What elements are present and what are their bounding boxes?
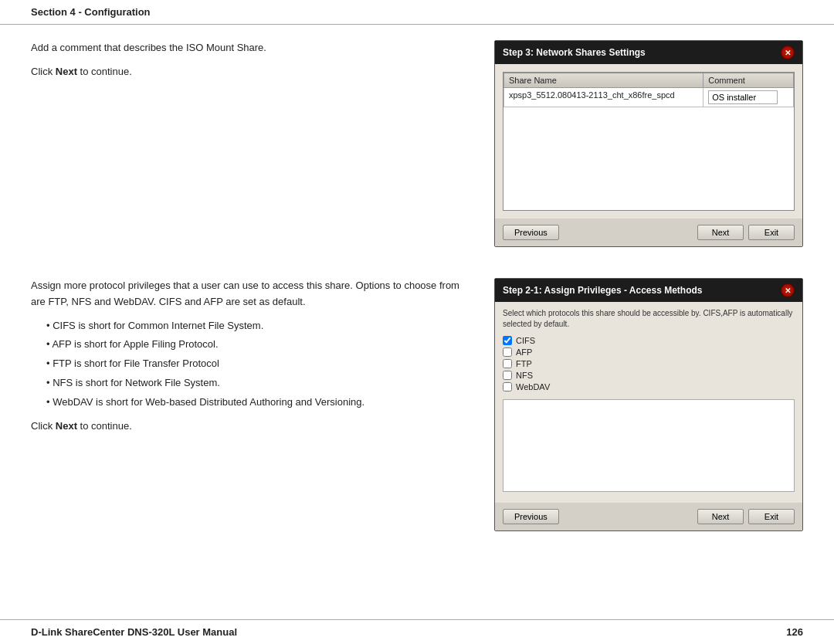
ftp-label: FTP xyxy=(516,359,532,368)
page-footer: D-Link ShareCenter DNS-320L User Manual … xyxy=(0,619,834,644)
dialog2-next-button[interactable]: Next xyxy=(697,509,744,524)
dialog1-title: Step 3: Network Shares Settings xyxy=(503,47,646,58)
shares-table-container: Share Name Comment xpsp3_5512.080413-211… xyxy=(503,72,795,211)
protocol-nfs: NFS xyxy=(503,371,795,380)
dialog2-footer: Previous Next Exit xyxy=(495,503,802,530)
section2-left: Assign more protocol privileges that a u… xyxy=(31,278,471,531)
section1-para2-suffix: to continue. xyxy=(77,66,132,77)
dialog2-previous-button[interactable]: Previous xyxy=(503,509,559,524)
shares-row1-name: xpsp3_5512.080413-2113_cht_x86fre_spcd xyxy=(504,88,703,107)
section2-para1: Assign more protocol privileges that a u… xyxy=(31,278,471,310)
webdav-checkbox[interactable] xyxy=(503,382,512,391)
shares-row-1: xpsp3_5512.080413-2113_cht_x86fre_spcd xyxy=(504,88,794,107)
dialog1-body: Share Name Comment xpsp3_5512.080413-211… xyxy=(495,64,802,219)
nfs-checkbox[interactable] xyxy=(503,371,512,380)
dialog1-footer: Previous Next Exit xyxy=(495,219,802,246)
dialog1-exit-button[interactable]: Exit xyxy=(748,225,795,240)
ftp-checkbox[interactable] xyxy=(503,359,512,368)
dialog2-footer-inner: Previous Next Exit xyxy=(503,509,795,524)
dialog1-footer-inner: Previous Next Exit xyxy=(503,225,795,240)
shares-col-comment: Comment xyxy=(703,73,794,88)
dialog1-next-button[interactable]: Next xyxy=(697,225,744,240)
footer-right: 126 xyxy=(786,626,803,638)
protocol-webdav: WebDAV xyxy=(503,382,795,391)
section2-para2-suffix: to continue. xyxy=(77,420,132,432)
cifs-checkbox[interactable] xyxy=(503,336,512,345)
dialog2-titlebar: Step 2-1: Assign Privileges - Access Met… xyxy=(495,279,802,302)
section1-left: Add a comment that describes the ISO Mou… xyxy=(31,40,471,247)
header-title: Section 4 - Configuration xyxy=(31,6,151,18)
section1-para2-prefix: Click xyxy=(31,66,56,77)
comment-input[interactable] xyxy=(708,90,778,104)
privileges-empty-area xyxy=(503,399,795,492)
dialog2-title: Step 2-1: Assign Privileges - Access Met… xyxy=(503,285,703,296)
bullet-2: AFP is short for Apple Filing Protocol. xyxy=(46,337,471,353)
shares-table: Share Name Comment xpsp3_5512.080413-211… xyxy=(503,73,794,107)
nfs-label: NFS xyxy=(516,371,533,380)
section1-para1: Add a comment that describes the ISO Mou… xyxy=(31,40,471,56)
shares-col-name: Share Name xyxy=(504,73,703,88)
privileges-note: Select which protocols this share should… xyxy=(503,308,795,330)
main-content: Add a comment that describes the ISO Mou… xyxy=(0,25,834,608)
afp-label: AFP xyxy=(516,347,532,357)
section1-para2-bold: Next xyxy=(56,66,77,77)
protocol-afp: AFP xyxy=(503,347,795,357)
network-shares-dialog: Step 3: Network Shares Settings ✕ Share … xyxy=(494,40,803,247)
section1-row: Add a comment that describes the ISO Mou… xyxy=(31,40,803,247)
afp-checkbox[interactable] xyxy=(503,347,512,357)
dialog1-close-button[interactable]: ✕ xyxy=(781,46,795,59)
footer-left: D-Link ShareCenter DNS-320L User Manual xyxy=(31,626,237,638)
bullet-5: WebDAV is short for Web-based Distribute… xyxy=(46,395,471,411)
section2-row: Assign more protocol privileges that a u… xyxy=(31,278,803,531)
dialog1-titlebar: Step 3: Network Shares Settings ✕ xyxy=(495,41,802,64)
shares-row1-comment xyxy=(703,88,794,107)
section2-para2-bold: Next xyxy=(56,420,77,432)
section1-para2: Click Next to continue. xyxy=(31,64,471,80)
section2-bullets: CIFS is short for Common Internet File S… xyxy=(46,318,471,411)
protocol-cifs: CIFS xyxy=(503,336,795,345)
assign-privileges-dialog: Step 2-1: Assign Privileges - Access Met… xyxy=(494,278,803,531)
bullet-3: FTP is short for File Transfer Protocol xyxy=(46,356,471,372)
dialog1-previous-button[interactable]: Previous xyxy=(503,225,559,240)
dialog2-body: Select which protocols this share should… xyxy=(495,302,802,503)
bullet-4: NFS is short for Network File System. xyxy=(46,375,471,391)
page-header: Section 4 - Configuration xyxy=(0,0,834,25)
cifs-label: CIFS xyxy=(516,336,535,345)
bullet-1: CIFS is short for Common Internet File S… xyxy=(46,318,471,334)
dialog2-exit-button[interactable]: Exit xyxy=(748,509,795,524)
section2-para2: Click Next to continue. xyxy=(31,419,471,435)
webdav-label: WebDAV xyxy=(516,382,550,391)
dialog2-close-button[interactable]: ✕ xyxy=(781,283,795,297)
section2-para2-prefix: Click xyxy=(31,420,56,432)
protocol-list: CIFS AFP FTP NFS xyxy=(503,336,795,391)
protocol-ftp: FTP xyxy=(503,359,795,368)
